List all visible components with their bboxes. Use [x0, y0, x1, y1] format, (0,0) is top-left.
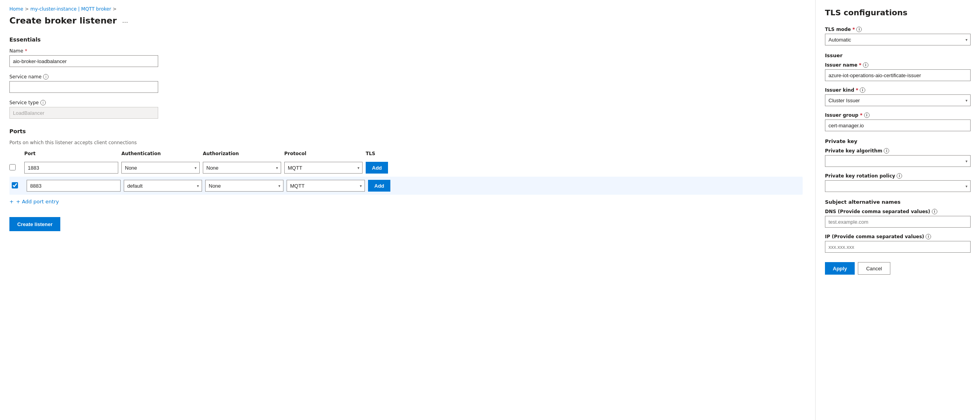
- row1-port-input[interactable]: [24, 162, 118, 174]
- row1-tls-cell: Add: [366, 162, 405, 174]
- issuer-kind-select[interactable]: Cluster Issuer Issuer: [825, 94, 971, 106]
- ellipsis-button[interactable]: ...: [120, 16, 130, 25]
- name-input[interactable]: [9, 55, 158, 67]
- row1-port-cell: [24, 162, 118, 174]
- dns-group: DNS (Provide comma separated values) i: [825, 209, 971, 228]
- service-name-field-group: Service name i: [9, 74, 803, 93]
- row2-auth-wrap: default None ▾: [124, 180, 202, 192]
- breadcrumb-cluster[interactable]: my-cluster-instance | MQTT broker: [31, 6, 111, 12]
- row2-authz-wrap: None ▾: [205, 180, 283, 192]
- service-name-info-icon[interactable]: i: [43, 74, 49, 80]
- row2-add-tls-button[interactable]: Add: [368, 180, 390, 192]
- issuer-name-group: Issuer name * i: [825, 62, 971, 81]
- row1-auth-select[interactable]: None default: [121, 162, 200, 174]
- col-authentication: Authentication: [121, 151, 200, 156]
- issuer-kind-group: Issuer kind * i Cluster Issuer Issuer ▾: [825, 87, 971, 106]
- breadcrumb-sep2: >: [113, 6, 117, 12]
- issuer-kind-label-text: Issuer kind: [825, 87, 854, 93]
- page-title: Create broker listener: [9, 16, 117, 25]
- issuer-name-label-text: Issuer name: [825, 62, 857, 68]
- pk-algorithm-info-icon[interactable]: i: [884, 148, 889, 154]
- pk-algorithm-select-wrap: Ec256 Ec384 Ec521 Ed25519 Rsa2048 Rsa409…: [825, 155, 971, 167]
- dns-input[interactable]: [825, 216, 971, 228]
- issuer-group-label-text: Issuer group: [825, 112, 858, 118]
- issuer-group-group: Issuer group * i: [825, 112, 971, 131]
- row1-checkbox-cell: [9, 164, 21, 172]
- cancel-button[interactable]: Cancel: [858, 262, 890, 275]
- service-type-label: Service type i: [9, 100, 803, 105]
- port-row-1883: None default ▾ None ▾ MQTT WebSockets ▾ …: [9, 159, 803, 177]
- row1-add-tls-button[interactable]: Add: [366, 162, 388, 174]
- service-name-label-text: Service name: [9, 74, 42, 80]
- row2-auth-select[interactable]: default None: [124, 180, 202, 192]
- tls-mode-select[interactable]: Automatic Manual None: [825, 34, 971, 45]
- tls-mode-select-wrap: Automatic Manual None ▾: [825, 34, 971, 45]
- issuer-kind-required: *: [856, 87, 858, 93]
- issuer-group-info-icon[interactable]: i: [864, 112, 870, 118]
- row1-authz-select[interactable]: None: [203, 162, 281, 174]
- pk-algorithm-group: Private key algorithm i Ec256 Ec384 Ec52…: [825, 148, 971, 167]
- breadcrumb: Home > my-cluster-instance | MQTT broker…: [9, 6, 803, 12]
- col-protocol: Protocol: [284, 151, 363, 156]
- tls-mode-group: TLS mode * i Automatic Manual None ▾: [825, 27, 971, 45]
- col-checkbox: [9, 151, 21, 156]
- issuer-name-label: Issuer name * i: [825, 62, 971, 68]
- issuer-kind-info-icon[interactable]: i: [860, 87, 865, 93]
- essentials-section-title: Essentials: [9, 36, 803, 43]
- col-authorization: Authorization: [203, 151, 281, 156]
- issuer-name-input[interactable]: [825, 69, 971, 81]
- row1-checkbox[interactable]: [9, 164, 16, 170]
- row2-port-cell: [27, 180, 121, 192]
- service-type-field-group: Service type i: [9, 100, 803, 119]
- row2-authz-select[interactable]: None: [205, 180, 283, 192]
- row1-protocol-select[interactable]: MQTT WebSockets: [284, 162, 363, 174]
- row2-port-input[interactable]: [27, 180, 121, 192]
- dns-info-icon[interactable]: i: [932, 209, 937, 214]
- service-name-label: Service name i: [9, 74, 803, 80]
- ports-desc: Ports on which this listener accepts cli…: [9, 140, 803, 145]
- private-key-section-title: Private key: [825, 138, 971, 144]
- issuer-name-info-icon[interactable]: i: [863, 62, 868, 68]
- issuer-group-required: *: [860, 112, 862, 118]
- breadcrumb-home[interactable]: Home: [9, 6, 23, 12]
- create-listener-button[interactable]: Create listener: [9, 217, 60, 231]
- tls-actions: Apply Cancel: [825, 262, 971, 275]
- ip-label-text: IP (Provide comma separated values): [825, 234, 924, 239]
- apply-button[interactable]: Apply: [825, 262, 855, 275]
- row1-protocol-wrap: MQTT WebSockets ▾: [284, 162, 363, 174]
- pk-rotation-select[interactable]: Always Never: [825, 180, 971, 192]
- right-panel: TLS configurations TLS mode * i Automati…: [816, 0, 980, 420]
- row2-protocol-select[interactable]: MQTT WebSockets: [287, 180, 365, 192]
- name-label: Name *: [9, 48, 803, 54]
- row2-protocol-wrap: MQTT WebSockets ▾: [287, 180, 365, 192]
- tls-mode-info-icon[interactable]: i: [856, 27, 862, 32]
- left-panel: Home > my-cluster-instance | MQTT broker…: [0, 0, 816, 420]
- service-name-input[interactable]: [9, 81, 158, 93]
- add-port-label: + Add port entry: [16, 199, 59, 205]
- issuer-group-label: Issuer group * i: [825, 112, 971, 118]
- pk-rotation-label: Private key rotation policy i: [825, 173, 971, 179]
- tls-mode-label-text: TLS mode: [825, 27, 851, 32]
- san-section-title: Subject alternative names: [825, 199, 971, 205]
- name-label-text: Name: [9, 48, 23, 54]
- row1-auth-wrap: None default ▾: [121, 162, 200, 174]
- page-title-row: Create broker listener ...: [9, 16, 803, 25]
- row1-authz-wrap: None ▾: [203, 162, 281, 174]
- pk-algorithm-select[interactable]: Ec256 Ec384 Ec521 Ed25519 Rsa2048 Rsa409…: [825, 155, 971, 167]
- dns-label: DNS (Provide comma separated values) i: [825, 209, 971, 214]
- issuer-kind-select-wrap: Cluster Issuer Issuer ▾: [825, 94, 971, 106]
- tls-config-title: TLS configurations: [825, 8, 971, 17]
- issuer-group-input[interactable]: [825, 119, 971, 131]
- row2-checkbox[interactable]: [12, 182, 18, 188]
- service-type-input: [9, 107, 158, 119]
- ip-info-icon[interactable]: i: [926, 234, 931, 239]
- issuer-name-required: *: [859, 62, 861, 68]
- ip-label: IP (Provide comma separated values) i: [825, 234, 971, 239]
- add-port-entry[interactable]: + + Add port entry: [9, 199, 803, 205]
- pk-algorithm-label-text: Private key algorithm: [825, 148, 882, 154]
- ip-input[interactable]: [825, 241, 971, 253]
- row2-tls-cell: Add: [368, 180, 407, 192]
- pk-rotation-info-icon[interactable]: i: [897, 173, 902, 179]
- service-type-info-icon[interactable]: i: [40, 100, 46, 105]
- issuer-kind-label: Issuer kind * i: [825, 87, 971, 93]
